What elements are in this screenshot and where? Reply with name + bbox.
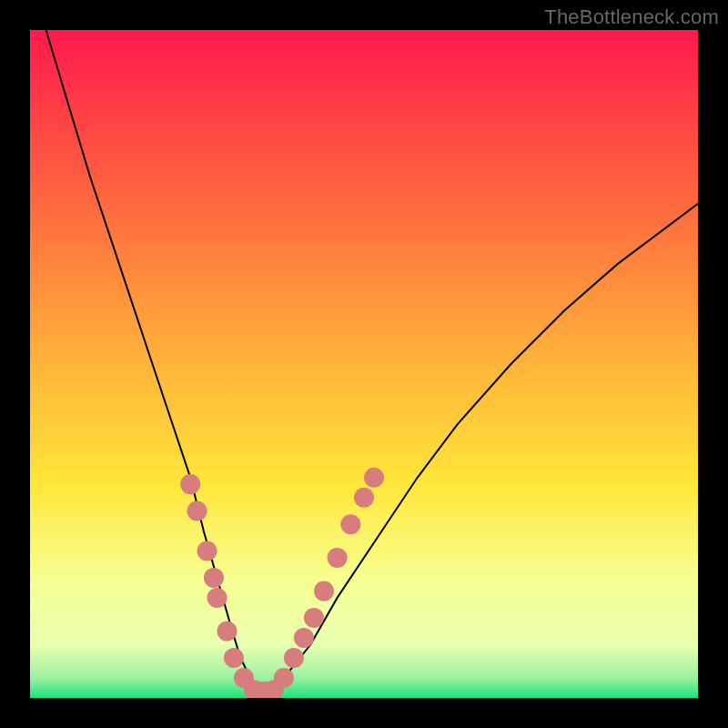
data-marker [284,648,304,668]
data-marker [224,648,244,668]
plot-area [30,30,698,698]
data-marker [187,501,207,521]
data-marker [207,588,228,608]
data-marker [364,468,384,488]
data-marker [274,668,294,688]
data-marker [204,568,224,588]
data-marker [328,548,348,568]
data-marker [354,488,374,508]
data-marker [180,474,200,494]
data-marker [340,514,360,534]
data-marker [217,622,238,642]
data-marker [197,541,217,561]
gradient-background [30,30,698,698]
watermark-text: TheBottleneck.com [544,5,719,29]
data-marker [304,608,324,628]
data-marker [294,628,314,648]
chart-frame: TheBottleneck.com [0,0,728,728]
data-marker [314,581,334,602]
